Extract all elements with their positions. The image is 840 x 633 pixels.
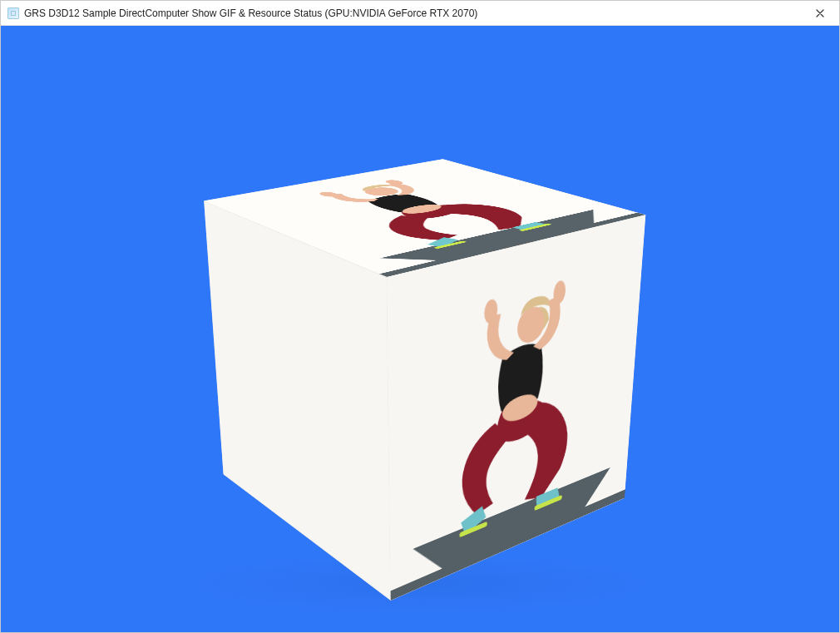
cube-face-front xyxy=(387,215,645,601)
cube-texture-icon xyxy=(387,215,645,601)
app-icon xyxy=(7,7,19,19)
window-title: GRS D3D12 Sample DirectComputer Show GIF… xyxy=(24,7,801,19)
titlebar[interactable]: GRS D3D12 Sample DirectComputer Show GIF… xyxy=(1,1,839,26)
cube xyxy=(286,184,536,531)
render-viewport[interactable] xyxy=(1,26,839,632)
cube-scene xyxy=(270,204,570,503)
close-button[interactable] xyxy=(801,1,839,26)
application-window: GRS D3D12 Sample DirectComputer Show GIF… xyxy=(0,0,840,633)
close-icon xyxy=(816,9,824,17)
